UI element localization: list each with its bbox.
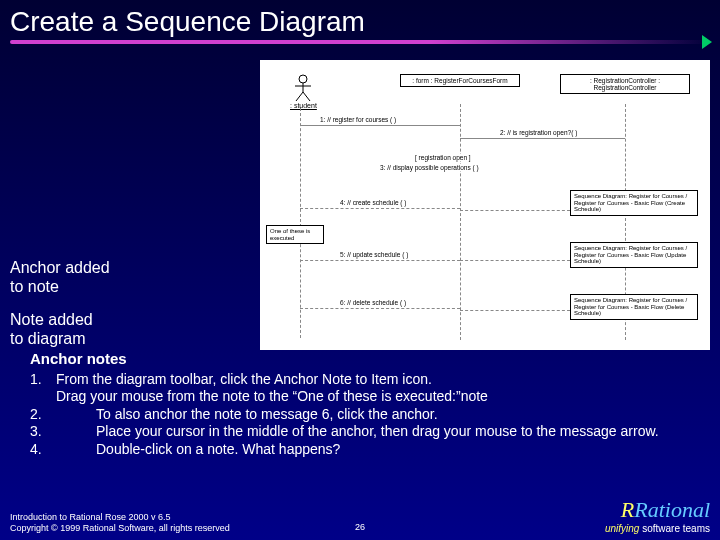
conn-create	[460, 210, 570, 211]
brand-name: Rational	[634, 497, 710, 522]
brand-tag-post: software teams	[639, 523, 710, 534]
lifeline-dash-form	[460, 104, 461, 340]
step-text: Place your cursor in the middle of the a…	[56, 423, 665, 441]
footer-copy: Introduction to Rational Rose 2000 v 6.5…	[10, 512, 230, 534]
note-ref-update: Sequence Diagram: Register for Courses /…	[570, 242, 698, 268]
footer-line1: Introduction to Rational Rose 2000 v 6.5	[10, 512, 230, 523]
step-row: Drag your mouse from the note to the “On…	[30, 388, 665, 406]
sequence-diagram: : student : form : RegisterForCoursesFor…	[260, 60, 710, 350]
note-one-executed: One of these is executed	[266, 225, 324, 244]
body-text: Anchor notes 1.From the diagram toolbar,…	[30, 350, 700, 458]
msg1-label: 1: // register for courses ( )	[320, 116, 396, 123]
note-ref-delete: Sequence Diagram: Register for Courses /…	[570, 294, 698, 320]
conn-delete	[460, 310, 570, 311]
step-num: 4.	[30, 441, 56, 459]
step-num: 1.	[30, 371, 56, 389]
note-ref-create: Sequence Diagram: Register for Courses /…	[570, 190, 698, 216]
lifeline-dash-actor	[300, 108, 301, 338]
page-number: 26	[355, 522, 365, 532]
actor-student: : student	[290, 74, 317, 109]
step-num	[30, 388, 56, 406]
msg2-label: 2: // is registration open?( )	[500, 129, 577, 136]
body-heading: Anchor notes	[30, 350, 700, 369]
msg5-label: 5: // update schedule ( )	[340, 251, 408, 258]
brand-logo: RRational unifying software teams	[605, 497, 710, 534]
brand-tag-pre: unifying	[605, 523, 639, 534]
step-row: 4.Double-click on a note. What happens?	[30, 441, 665, 459]
svg-line-3	[296, 92, 303, 101]
step-row: 3.Place your cursor in the middle of the…	[30, 423, 665, 441]
lifeline-form: : form : RegisterForCoursesForm	[400, 74, 520, 87]
msg4-label: 4: // create schedule ( )	[340, 199, 406, 206]
guard-label: [ registration open ]	[415, 154, 471, 161]
msg6-label: 6: // delete schedule ( )	[340, 299, 406, 306]
steps-table: 1.From the diagram toolbar, click the An…	[30, 371, 665, 459]
page-title: Create a Sequence Diagram	[0, 0, 720, 40]
step-num: 2.	[30, 406, 56, 424]
step-row: 2.To also anchor the note to message 6, …	[30, 406, 665, 424]
annot-note-added: Note added to diagram	[10, 310, 93, 348]
step-row: 1.From the diagram toolbar, click the An…	[30, 371, 665, 389]
footer-line2: Copyright © 1999 Rational Software, all …	[10, 523, 230, 534]
conn-update	[460, 260, 570, 261]
actor-label: : student	[290, 102, 317, 109]
step-num: 3.	[30, 423, 56, 441]
step-text: To also anchor the note to message 6, cl…	[56, 406, 665, 424]
svg-point-0	[299, 75, 307, 83]
step-text: From the diagram toolbar, click the Anch…	[56, 371, 665, 389]
title-underline	[10, 40, 710, 44]
msg3-label: 3: // display possible operations ( )	[380, 164, 479, 171]
svg-line-4	[303, 92, 310, 101]
lifeline-controller: : RegistrationController : RegistrationC…	[560, 74, 690, 94]
annot-anchor-added: Anchor added to note	[10, 258, 110, 296]
arrow-right-icon	[702, 35, 712, 49]
footer: Introduction to Rational Rose 2000 v 6.5…	[10, 497, 710, 534]
msg6-arrow	[300, 308, 460, 309]
step-text: Drag your mouse from the note to the “On…	[56, 388, 665, 406]
msg5-arrow	[300, 260, 460, 261]
step-text: Double-click on a note. What happens?	[56, 441, 665, 459]
msg4-arrow	[300, 208, 460, 209]
msg1-arrow	[300, 125, 460, 126]
msg2-arrow	[460, 138, 625, 139]
